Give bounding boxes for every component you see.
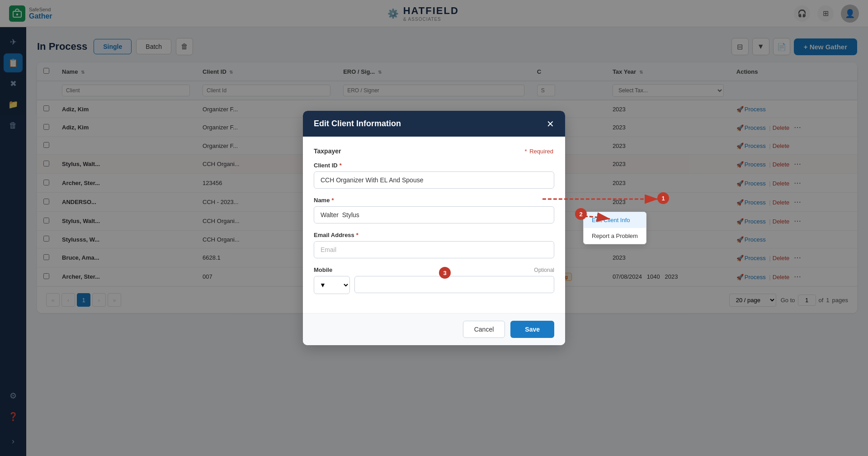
taxpayer-label: Taxpayer	[314, 147, 341, 155]
cancel-button[interactable]: Cancel	[463, 321, 505, 338]
modal-close-button[interactable]: ✕	[547, 119, 554, 128]
context-menu-report-problem[interactable]: Report a Problem	[584, 228, 646, 244]
client-id-label: Client ID *	[314, 162, 554, 169]
required-text: Required	[529, 148, 553, 155]
client-id-group: Client ID *	[314, 162, 554, 189]
mobile-label: Mobile	[314, 266, 332, 273]
country-code-select[interactable]: ▼ +1 +44	[314, 276, 350, 294]
name-label: Name *	[314, 197, 554, 204]
client-id-req: *	[340, 162, 342, 169]
modal-body: Taxpayer * Required Client ID * Name *	[303, 137, 565, 313]
email-group: Email Address *	[314, 232, 554, 258]
email-label: Email Address *	[314, 232, 554, 238]
mobile-group: Mobile Optional ▼ +1 +44	[314, 266, 554, 294]
email-input[interactable]	[314, 241, 554, 258]
name-req: *	[331, 197, 334, 204]
client-id-input[interactable]	[314, 171, 554, 189]
context-menu-edit-client[interactable]: Edit Client Info	[584, 212, 646, 228]
modal-section-label: Taxpayer * Required	[314, 147, 554, 155]
modal-title: Edit Client Information	[314, 119, 401, 128]
context-menu: Edit Client Info Report a Problem	[583, 212, 646, 244]
mobile-optional-label: Optional	[534, 267, 554, 273]
name-input[interactable]	[314, 206, 554, 223]
email-req: *	[356, 232, 359, 238]
edit-client-modal: Edit Client Information ✕ Taxpayer * Req…	[303, 111, 565, 345]
required-star: *	[525, 148, 527, 155]
modal-footer: Cancel Save	[303, 313, 565, 345]
required-badge: * Required	[525, 148, 554, 155]
mobile-input[interactable]	[354, 276, 554, 293]
modal-header: Edit Client Information ✕	[303, 111, 565, 137]
name-group: Name *	[314, 197, 554, 223]
save-button[interactable]: Save	[510, 321, 554, 338]
mobile-row: ▼ +1 +44	[314, 276, 554, 294]
modal-overlay[interactable]: Edit Client Information ✕ Taxpayer * Req…	[0, 0, 868, 456]
